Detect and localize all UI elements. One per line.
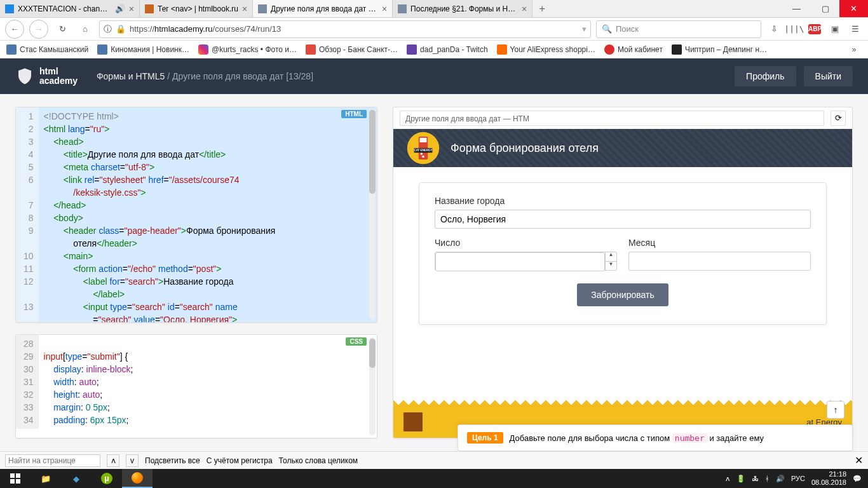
- clock[interactable]: 21:1808.08.2018: [811, 470, 846, 487]
- bookmark-item[interactable]: Your AliExpress shoppi…: [497, 44, 595, 55]
- close-icon[interactable]: ×: [382, 4, 387, 14]
- forward-button[interactable]: →: [29, 20, 48, 39]
- bookmark-item[interactable]: @kurts_racks • Фото и…: [198, 44, 297, 55]
- number-spinner[interactable]: ▲▼: [605, 252, 616, 270]
- start-button[interactable]: [0, 469, 31, 488]
- tab-title: Другие поля для ввода дат — …: [271, 4, 378, 13]
- close-icon[interactable]: ×: [129, 4, 134, 14]
- defender-icon[interactable]: ◆: [61, 469, 92, 488]
- month-input[interactable]: [628, 252, 811, 271]
- windows-taskbar: 📁 ◆ µ ʌ 🔋 🖧 ᚼ 🔊 РУС 21:1808.08.2018 💬: [0, 469, 868, 488]
- menu-icon[interactable]: ☰: [848, 22, 863, 37]
- css-editor[interactable]: CSS 28293031323334 input[type="submit"] …: [15, 334, 377, 438]
- dropdown-icon[interactable]: ▾: [582, 24, 587, 34]
- scrollbar[interactable]: [369, 110, 376, 320]
- notifications-icon[interactable]: 💬: [853, 475, 862, 483]
- bookmark-item[interactable]: Мой кабинет: [604, 44, 663, 55]
- bookmark-label: @kurts_racks • Фото и…: [212, 45, 297, 54]
- search-placeholder: Поиск: [616, 24, 639, 34]
- favicon-icon: [604, 44, 614, 55]
- preview-reload-button[interactable]: ⟳: [831, 111, 846, 126]
- preview-toolbar: Другие поля для ввода дат — HTM ⟳: [393, 107, 852, 129]
- breadcrumb-item[interactable]: Формы и HTML5: [97, 71, 165, 81]
- battery-icon[interactable]: 🔋: [736, 475, 745, 483]
- search-bar[interactable]: 🔍 Поиск: [596, 20, 761, 38]
- site-logo[interactable]: htmlacademy: [15, 67, 78, 86]
- number-field[interactable]: [435, 252, 605, 271]
- tab-1[interactable]: Тег <nav> | htmlbook.ru×: [140, 0, 253, 17]
- find-bar: ʌ v Подсветить все С учётом регистра Тол…: [0, 451, 868, 469]
- html-badge: HTML: [341, 110, 367, 118]
- highlight-all-label[interactable]: Подсветить все: [145, 456, 200, 465]
- booking-form: Название города Число ▲▼ Месяц: [419, 182, 827, 325]
- library-icon[interactable]: |||\: [787, 22, 802, 37]
- scrollbar[interactable]: [369, 337, 376, 435]
- back-button[interactable]: ←: [5, 20, 24, 39]
- css-badge: CSS: [346, 337, 367, 346]
- info-icon[interactable]: ⓘ: [104, 24, 112, 35]
- city-label: Название города: [435, 196, 811, 206]
- find-close-button[interactable]: ✕: [855, 454, 863, 466]
- home-button[interactable]: ⌂: [76, 20, 94, 38]
- profile-button[interactable]: Профиль: [735, 66, 796, 86]
- number-input[interactable]: ▲▼: [435, 252, 617, 271]
- bookmark-label: Мой кабинет: [618, 45, 663, 54]
- url-bar[interactable]: ⓘ 🔒 https://htmlacademy.ru/courses/74/ru…: [99, 20, 591, 38]
- bookmarks-overflow-icon[interactable]: »: [846, 42, 862, 57]
- bookmark-item[interactable]: Обзор - Банк Санкт-…: [306, 44, 398, 55]
- code-content[interactable]: input[type="submit"] { display: inline-b…: [39, 335, 377, 429]
- bookmark-label: Обзор - Банк Санкт-…: [319, 45, 398, 54]
- bluetooth-icon[interactable]: ᚼ: [765, 475, 770, 482]
- instagram-icon: [198, 44, 208, 55]
- tab-0[interactable]: XXXTENTACION - changes🔊×: [0, 0, 140, 17]
- network-icon[interactable]: 🖧: [752, 475, 759, 482]
- whole-word-label[interactable]: Только слова целиком: [279, 456, 358, 465]
- close-window-button[interactable]: ✕: [839, 0, 868, 17]
- city-input[interactable]: [435, 210, 811, 229]
- volume-icon[interactable]: 🔊: [776, 475, 785, 483]
- tray-up-icon[interactable]: ʌ: [726, 475, 730, 483]
- firefox-button[interactable]: [122, 469, 153, 488]
- find-prev-button[interactable]: ʌ: [107, 454, 119, 467]
- find-next-button[interactable]: v: [126, 454, 139, 467]
- task-text: Добавьте поле для выбора числа с типом n…: [510, 433, 764, 443]
- svg-rect-8: [10, 473, 15, 478]
- maximize-button[interactable]: ▢: [811, 0, 839, 17]
- scroll-top-button[interactable]: ↑: [827, 401, 844, 419]
- bookmark-label: Your AliExpress shoppi…: [510, 45, 595, 54]
- html-editor[interactable]: HTML 12345678910111213 <!DOCTYPE html> <…: [15, 107, 377, 323]
- tab-2[interactable]: Другие поля для ввода дат — …×: [253, 0, 393, 17]
- reload-button[interactable]: ↻: [53, 20, 71, 38]
- close-icon[interactable]: ×: [242, 4, 247, 14]
- file-explorer-button[interactable]: 📁: [31, 469, 61, 488]
- spin-down-icon[interactable]: ▼: [606, 262, 616, 271]
- close-icon[interactable]: ×: [522, 4, 527, 14]
- utorrent-button[interactable]: µ: [92, 469, 122, 488]
- submit-button[interactable]: Забронировать: [577, 283, 668, 306]
- downloads-icon[interactable]: ⇩: [766, 22, 782, 37]
- bookmark-item[interactable]: Чиптрип – Демпинг н…: [672, 44, 767, 55]
- find-input[interactable]: [5, 454, 100, 467]
- page-header: htmlacademy Формы и HTML5 / Другие поля …: [0, 58, 868, 94]
- shield-icon: [15, 67, 34, 86]
- tab-3[interactable]: Последние §21. Формы и HTM…×: [393, 0, 532, 17]
- sidebar-icon[interactable]: ▣: [827, 22, 843, 37]
- svg-point-3: [421, 152, 423, 155]
- bookmark-item[interactable]: Киномания | Новинк…: [97, 44, 189, 55]
- minimize-button[interactable]: —: [782, 0, 811, 17]
- new-tab-button[interactable]: +: [532, 0, 552, 17]
- lang-indicator[interactable]: РУС: [791, 475, 805, 482]
- spin-up-icon[interactable]: ▲: [606, 252, 616, 262]
- bookmark-item[interactable]: dad_panDa - Twitch: [407, 44, 488, 55]
- code-content[interactable]: <!DOCTYPE html> <html lang="ru"> <head> …: [39, 107, 377, 323]
- number-label: Число: [435, 238, 617, 248]
- line-gutter: 12345678910111213: [16, 107, 39, 323]
- logout-button[interactable]: Выйти: [804, 66, 853, 86]
- breadcrumb-counter: [13/28]: [286, 71, 313, 81]
- vk-icon: [97, 44, 107, 55]
- bookmark-item[interactable]: Стас Камышанский: [6, 44, 88, 55]
- logo-text: html: [39, 67, 78, 76]
- svg-point-5: [422, 156, 424, 158]
- match-case-label[interactable]: С учётом регистра: [207, 456, 273, 465]
- adblock-icon[interactable]: ABP: [807, 22, 822, 37]
